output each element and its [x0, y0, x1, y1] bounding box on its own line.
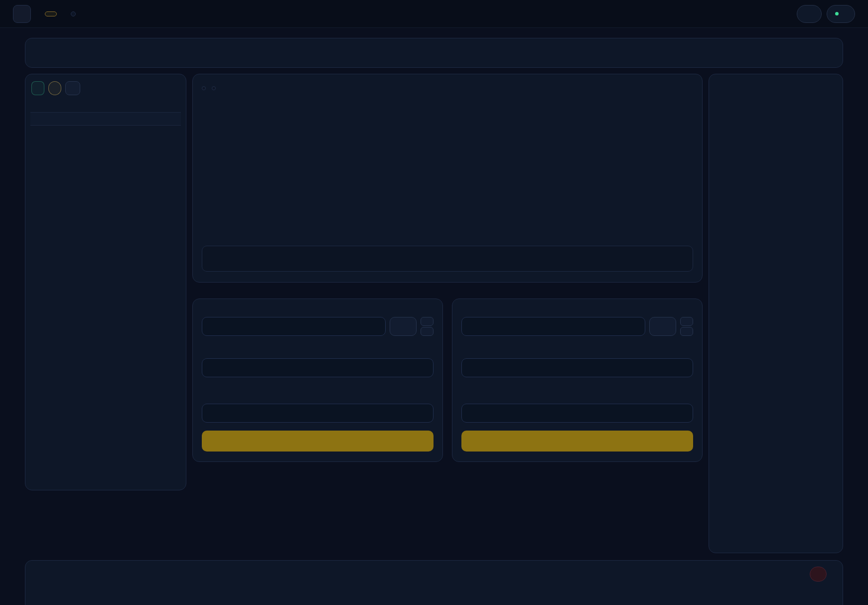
buy-min-receive-input[interactable] [202, 404, 434, 423]
add-liquidity-button[interactable] [31, 81, 44, 95]
place-sell-button[interactable] [461, 431, 693, 452]
sell-vs-current [691, 306, 693, 313]
wallet-button[interactable] [827, 5, 855, 23]
range-dropdown[interactable] [65, 81, 80, 95]
chart-navigator-svg[interactable] [202, 246, 692, 269]
price-chart-svg[interactable] [202, 99, 692, 240]
app-logo[interactable] [13, 5, 31, 23]
sell-bbo-button[interactable] [649, 317, 676, 336]
chart-navigator[interactable] [202, 246, 693, 272]
sell-min-receive-input[interactable] [461, 404, 693, 423]
chart-style-tabs [202, 86, 206, 90]
cancel-all-button[interactable] [810, 567, 827, 582]
pair-header [25, 38, 843, 68]
orderbook-panel [25, 74, 186, 490]
buy-bbo-button[interactable] [390, 317, 417, 336]
orderbook-header [30, 100, 181, 111]
buy-form [192, 299, 443, 462]
apy-button[interactable] [48, 81, 61, 95]
chart-panel [192, 74, 703, 283]
buy-price-up-button[interactable] [421, 317, 434, 326]
buy-amount-input[interactable] [202, 358, 434, 377]
sell-form [452, 299, 703, 462]
sell-amount-slider[interactable] [462, 388, 692, 395]
main-nav [71, 11, 76, 16]
sell-price-down-button[interactable] [680, 327, 693, 336]
recent-trades-header [715, 91, 837, 102]
buy-price-slider[interactable] [203, 343, 433, 350]
buy-price-input[interactable] [202, 317, 386, 336]
sell-price-input[interactable] [461, 317, 645, 336]
internal-badge [45, 11, 57, 16]
connected-dot-icon [835, 12, 839, 15]
timeframe-tabs [212, 86, 216, 90]
navbar-right [797, 5, 855, 23]
sell-price-slider[interactable] [462, 343, 692, 350]
settings-button[interactable] [797, 5, 822, 23]
sell-price-up-button[interactable] [680, 317, 693, 326]
navbar [0, 0, 868, 28]
mid-price-row [30, 112, 181, 126]
buy-vs-current [431, 306, 434, 313]
buy-amount-slider[interactable] [203, 388, 433, 395]
watch-panel [709, 74, 843, 553]
price-chart[interactable] [202, 99, 693, 242]
place-buy-button[interactable] [202, 431, 434, 452]
buy-price-down-button[interactable] [421, 327, 434, 336]
orders-panel [25, 560, 843, 605]
sell-amount-input[interactable] [461, 358, 693, 377]
